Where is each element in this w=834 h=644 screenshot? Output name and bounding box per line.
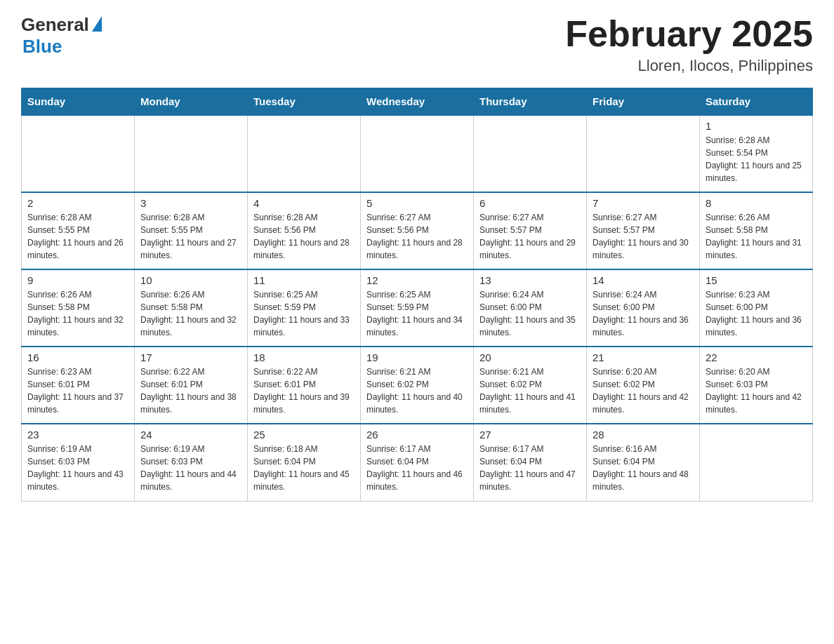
day-number: 1: [706, 120, 807, 132]
day-info: Sunrise: 6:21 AM Sunset: 6:02 PM Dayligh…: [479, 367, 576, 415]
calendar-header: SundayMondayTuesdayWednesdayThursdayFrid…: [22, 88, 813, 116]
day-info: Sunrise: 6:27 AM Sunset: 5:56 PM Dayligh…: [366, 213, 463, 260]
calendar-cell: 4Sunrise: 6:28 AM Sunset: 5:56 PM Daylig…: [248, 192, 361, 269]
day-number: 15: [706, 274, 807, 286]
page-header: General Blue February 2025 Lloren, Iloco…: [21, 14, 813, 75]
day-number: 21: [593, 351, 694, 363]
day-info: Sunrise: 6:19 AM Sunset: 6:03 PM Dayligh…: [140, 444, 237, 492]
calendar-table: SundayMondayTuesdayWednesdayThursdayFrid…: [21, 88, 813, 502]
day-number: 14: [593, 274, 694, 286]
day-info: Sunrise: 6:16 AM Sunset: 6:04 PM Dayligh…: [593, 444, 689, 492]
calendar-cell: 7Sunrise: 6:27 AM Sunset: 5:57 PM Daylig…: [587, 192, 700, 269]
day-number: 22: [706, 351, 807, 363]
weekday-header: Saturday: [700, 88, 813, 116]
day-number: 23: [27, 429, 128, 441]
calendar-cell: 16Sunrise: 6:23 AM Sunset: 6:01 PM Dayli…: [22, 347, 135, 424]
day-number: 4: [253, 197, 355, 209]
calendar-cell: 3Sunrise: 6:28 AM Sunset: 5:55 PM Daylig…: [135, 192, 248, 269]
calendar-week-row: 23Sunrise: 6:19 AM Sunset: 6:03 PM Dayli…: [22, 424, 813, 501]
day-info: Sunrise: 6:26 AM Sunset: 5:58 PM Dayligh…: [140, 290, 237, 337]
day-number: 25: [253, 429, 355, 441]
day-info: Sunrise: 6:20 AM Sunset: 6:03 PM Dayligh…: [706, 367, 802, 415]
logo-blue-text: Blue: [22, 36, 62, 58]
day-info: Sunrise: 6:17 AM Sunset: 6:04 PM Dayligh…: [366, 444, 463, 492]
day-number: 12: [366, 274, 468, 286]
day-number: 28: [593, 429, 694, 441]
calendar-cell: 21Sunrise: 6:20 AM Sunset: 6:02 PM Dayli…: [587, 347, 700, 424]
calendar-cell: 23Sunrise: 6:19 AM Sunset: 6:03 PM Dayli…: [22, 424, 135, 501]
day-info: Sunrise: 6:20 AM Sunset: 6:02 PM Dayligh…: [593, 367, 689, 415]
title-block: February 2025 Lloren, Ilocos, Philippine…: [565, 14, 813, 75]
calendar-title: February 2025: [565, 14, 813, 54]
weekday-header: Sunday: [22, 88, 135, 116]
weekday-header: Tuesday: [248, 88, 361, 116]
calendar-week-row: 9Sunrise: 6:26 AM Sunset: 5:58 PM Daylig…: [22, 269, 813, 347]
calendar-cell: 19Sunrise: 6:21 AM Sunset: 6:02 PM Dayli…: [361, 347, 474, 424]
calendar-week-row: 1Sunrise: 6:28 AM Sunset: 5:54 PM Daylig…: [22, 115, 813, 192]
day-number: 2: [27, 197, 128, 209]
calendar-cell: 22Sunrise: 6:20 AM Sunset: 6:03 PM Dayli…: [700, 347, 813, 424]
calendar-cell: [248, 115, 361, 192]
day-info: Sunrise: 6:28 AM Sunset: 5:55 PM Dayligh…: [140, 213, 237, 260]
day-number: 17: [140, 351, 241, 363]
day-info: Sunrise: 6:27 AM Sunset: 5:57 PM Dayligh…: [479, 213, 576, 260]
calendar-cell: 2Sunrise: 6:28 AM Sunset: 5:55 PM Daylig…: [22, 192, 135, 269]
calendar-cell: 14Sunrise: 6:24 AM Sunset: 6:00 PM Dayli…: [587, 269, 700, 347]
calendar-cell: 25Sunrise: 6:18 AM Sunset: 6:04 PM Dayli…: [248, 424, 361, 501]
day-info: Sunrise: 6:18 AM Sunset: 6:04 PM Dayligh…: [253, 444, 350, 492]
calendar-subtitle: Lloren, Ilocos, Philippines: [565, 57, 813, 75]
day-info: Sunrise: 6:22 AM Sunset: 6:01 PM Dayligh…: [140, 367, 237, 415]
logo-general-text: General: [21, 14, 89, 36]
day-number: 16: [27, 351, 128, 363]
day-info: Sunrise: 6:22 AM Sunset: 6:01 PM Dayligh…: [253, 367, 350, 415]
calendar-cell: 8Sunrise: 6:26 AM Sunset: 5:58 PM Daylig…: [700, 192, 813, 269]
calendar-cell: 12Sunrise: 6:25 AM Sunset: 5:59 PM Dayli…: [361, 269, 474, 347]
calendar-cell: [361, 115, 474, 192]
day-info: Sunrise: 6:17 AM Sunset: 6:04 PM Dayligh…: [479, 444, 576, 492]
logo: General Blue: [21, 14, 102, 58]
calendar-body: 1Sunrise: 6:28 AM Sunset: 5:54 PM Daylig…: [22, 115, 813, 501]
calendar-cell: 13Sunrise: 6:24 AM Sunset: 6:00 PM Dayli…: [474, 269, 587, 347]
day-info: Sunrise: 6:24 AM Sunset: 6:00 PM Dayligh…: [479, 290, 576, 337]
day-info: Sunrise: 6:23 AM Sunset: 6:00 PM Dayligh…: [706, 290, 802, 337]
calendar-cell: 18Sunrise: 6:22 AM Sunset: 6:01 PM Dayli…: [248, 347, 361, 424]
calendar-cell: 6Sunrise: 6:27 AM Sunset: 5:57 PM Daylig…: [474, 192, 587, 269]
calendar-week-row: 16Sunrise: 6:23 AM Sunset: 6:01 PM Dayli…: [22, 347, 813, 424]
calendar-cell: [474, 115, 587, 192]
day-number: 20: [479, 351, 581, 363]
calendar-cell: 1Sunrise: 6:28 AM Sunset: 5:54 PM Daylig…: [700, 115, 813, 192]
calendar-cell: 24Sunrise: 6:19 AM Sunset: 6:03 PM Dayli…: [135, 424, 248, 501]
logo-triangle-icon: [92, 16, 102, 32]
calendar-cell: [587, 115, 700, 192]
calendar-cell: 15Sunrise: 6:23 AM Sunset: 6:00 PM Dayli…: [700, 269, 813, 347]
calendar-cell: 17Sunrise: 6:22 AM Sunset: 6:01 PM Dayli…: [135, 347, 248, 424]
day-number: 27: [479, 429, 581, 441]
calendar-cell: 5Sunrise: 6:27 AM Sunset: 5:56 PM Daylig…: [361, 192, 474, 269]
day-number: 6: [479, 197, 581, 209]
weekday-header: Monday: [135, 88, 248, 116]
weekday-header: Thursday: [474, 88, 587, 116]
day-info: Sunrise: 6:27 AM Sunset: 5:57 PM Dayligh…: [593, 213, 689, 260]
calendar-week-row: 2Sunrise: 6:28 AM Sunset: 5:55 PM Daylig…: [22, 192, 813, 269]
day-number: 24: [140, 429, 241, 441]
day-number: 11: [253, 274, 355, 286]
day-info: Sunrise: 6:26 AM Sunset: 5:58 PM Dayligh…: [27, 290, 124, 337]
weekday-header: Wednesday: [361, 88, 474, 116]
calendar-cell: 11Sunrise: 6:25 AM Sunset: 5:59 PM Dayli…: [248, 269, 361, 347]
calendar-cell: [700, 424, 813, 501]
day-info: Sunrise: 6:23 AM Sunset: 6:01 PM Dayligh…: [27, 367, 124, 415]
day-number: 5: [366, 197, 468, 209]
day-info: Sunrise: 6:28 AM Sunset: 5:55 PM Dayligh…: [27, 213, 124, 260]
day-info: Sunrise: 6:25 AM Sunset: 5:59 PM Dayligh…: [253, 290, 350, 337]
day-info: Sunrise: 6:19 AM Sunset: 6:03 PM Dayligh…: [27, 444, 124, 492]
calendar-cell: 20Sunrise: 6:21 AM Sunset: 6:02 PM Dayli…: [474, 347, 587, 424]
day-number: 9: [27, 274, 128, 286]
day-number: 10: [140, 274, 241, 286]
day-number: 8: [706, 197, 807, 209]
day-number: 19: [366, 351, 468, 363]
weekday-row: SundayMondayTuesdayWednesdayThursdayFrid…: [22, 88, 813, 116]
calendar-cell: [22, 115, 135, 192]
day-info: Sunrise: 6:21 AM Sunset: 6:02 PM Dayligh…: [366, 367, 463, 415]
day-number: 26: [366, 429, 468, 441]
calendar-cell: 9Sunrise: 6:26 AM Sunset: 5:58 PM Daylig…: [22, 269, 135, 347]
